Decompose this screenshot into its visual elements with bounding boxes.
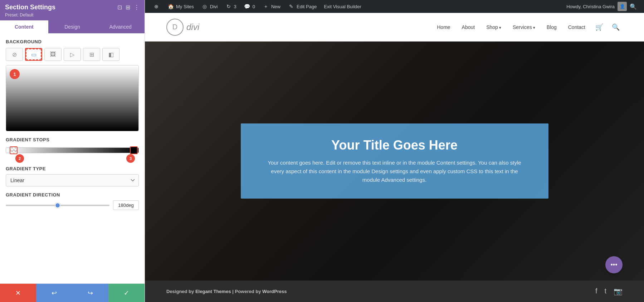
background-label: Background [6, 39, 139, 44]
updates-icon: ↻ [225, 3, 232, 10]
gradient-stops-track: 2 3 [6, 145, 139, 155]
site-search-icon[interactable]: 🔍 [609, 23, 623, 31]
tab-content[interactable]: Content [0, 20, 48, 33]
cart-icon[interactable]: 🛒 [592, 23, 606, 31]
updates-item[interactable]: ↻ 3 [221, 0, 240, 13]
collapse-icon[interactable]: ⊡ [117, 4, 122, 11]
gradient-direction-label: Gradient Direction [6, 192, 139, 198]
more-icon[interactable]: ⋮ [134, 4, 140, 11]
hero-title: Your Title Goes Here [262, 138, 527, 153]
cancel-button[interactable]: ✕ [0, 284, 36, 302]
panel-footer: ✕ ↩ ↪ ✓ [0, 283, 145, 302]
stop-badge-2: 2 [15, 154, 24, 163]
divi-label: Divi [210, 4, 218, 9]
site-nav: Home About Shop Services Blog Contact 🛒 … [433, 22, 623, 32]
logo-text: divi [186, 22, 199, 32]
edit-page-item[interactable]: ✎ Edit Page [284, 0, 320, 13]
gradient-direction-slider[interactable] [6, 205, 109, 206]
panel-body: Background ⊘ ▭ 🖼 ▷ ⊞ ◧ 1 Gradient Stops … [0, 33, 145, 283]
panel-header-icons: ⊡ ⊞ ⋮ [117, 4, 140, 11]
twitter-icon[interactable]: t [604, 287, 606, 296]
my-sites-label: My Sites [176, 4, 194, 9]
gradient-direction-row [6, 200, 139, 210]
new-label: New [271, 4, 280, 9]
gradient-stop-left[interactable]: 2 [10, 146, 18, 154]
edit-page-label: Edit Page [297, 4, 317, 9]
footer-credit-mid: | Powered by [231, 289, 262, 294]
bg-type-video[interactable]: ▷ [64, 48, 81, 61]
tab-advanced[interactable]: Advanced [96, 20, 145, 33]
background-type-icons: ⊘ ▭ 🖼 ▷ ⊞ ◧ [6, 48, 139, 61]
nav-contact[interactable]: Contact [564, 22, 590, 32]
footer-credit-brand: Elegant Themes [195, 289, 231, 294]
logo-circle: D [166, 19, 184, 36]
comments-item[interactable]: 💬 0 [240, 0, 259, 13]
nav-home[interactable]: Home [433, 22, 454, 32]
gradient-stops-bar: 2 3 [6, 147, 139, 153]
divi-item[interactable]: ◎ Divi [197, 0, 221, 13]
admin-search-icon[interactable]: 🔍 [630, 3, 637, 10]
new-item[interactable]: + New [259, 0, 284, 13]
edit-icon: ✎ [288, 3, 295, 10]
nav-blog[interactable]: Blog [542, 22, 561, 32]
hero-content-box[interactable]: Your Title Goes Here Your content goes h… [241, 123, 548, 199]
hero-body: Your content goes here. Edit or remove t… [262, 159, 527, 184]
panel-header-top: Section Settings ⊡ ⊞ ⋮ [5, 4, 140, 11]
wp-admin-bar: ⊕ 🏠 My Sites ◎ Divi ↻ 3 💬 0 + New ✎ Edit… [145, 0, 644, 13]
facebook-icon[interactable]: f [595, 287, 597, 296]
new-icon: + [262, 3, 269, 10]
divi-icon: ◎ [201, 3, 208, 10]
exit-builder-label: Exit Visual Builder [324, 4, 361, 9]
instagram-icon[interactable]: 📷 [614, 287, 623, 296]
house-icon: 🏠 [167, 3, 174, 10]
site-footer: Designed by Elegant Themes | Powered by … [145, 281, 644, 302]
wp-bar-right: Howdy, Christina Gwira 👤 🔍 [566, 2, 640, 11]
footer-social: f t 📷 [595, 287, 623, 296]
hero-section: Your Title Goes Here Your content goes h… [145, 42, 644, 281]
gradient-stop-right[interactable]: 3 [130, 146, 138, 154]
right-area: ⊕ 🏠 My Sites ◎ Divi ↻ 3 💬 0 + New ✎ Edit… [145, 0, 644, 302]
user-greeting: Howdy, Christina Gwira [566, 4, 615, 9]
panel-title: Section Settings [5, 4, 55, 11]
footer-credit-platform: WordPress [262, 289, 287, 294]
exit-builder-item[interactable]: Exit Visual Builder [320, 0, 365, 13]
gradient-preview: 1 [6, 65, 139, 131]
site-header: D divi Home About Shop Services Blog Con… [145, 13, 644, 42]
tab-design[interactable]: Design [48, 20, 97, 33]
gradient-stops-label: Gradient Stops [6, 137, 139, 142]
gradient-type-select[interactable]: Linear Radial Conic [6, 174, 139, 186]
my-sites-item[interactable]: 🏠 My Sites [164, 0, 197, 13]
grid-icon[interactable]: ⊞ [126, 4, 130, 11]
save-button[interactable]: ✓ [108, 284, 145, 302]
comments-icon: 💬 [244, 3, 251, 10]
nav-about[interactable]: About [458, 22, 479, 32]
stop-badge-3: 3 [126, 154, 135, 163]
nav-services[interactable]: Services [508, 22, 540, 32]
footer-credit-prefix: Designed by [166, 289, 195, 294]
comments-count: 0 [253, 4, 255, 9]
wp-logo-item[interactable]: ⊕ [149, 0, 164, 13]
nav-shop[interactable]: Shop [482, 22, 506, 32]
logo-letter: D [172, 23, 177, 31]
bg-type-pattern[interactable]: ⊞ [83, 48, 100, 61]
updates-count: 3 [234, 4, 236, 9]
panel-preset[interactable]: Preset: Default [5, 13, 140, 18]
panel-tabs: Content Design Advanced [0, 20, 145, 33]
gradient-direction-value[interactable] [113, 200, 139, 210]
gradient-type-label: Gradient Type [6, 166, 139, 171]
wp-logo-icon: ⊕ [153, 3, 160, 10]
bg-type-mask[interactable]: ◧ [102, 48, 119, 61]
fab-icon: ••• [611, 261, 618, 269]
gradient-badge-1: 1 [10, 69, 20, 79]
bg-type-color[interactable]: ▭ [25, 48, 42, 61]
footer-credit: Designed by Elegant Themes | Powered by … [166, 289, 287, 294]
panel-header: Section Settings ⊡ ⊞ ⋮ Preset: Default [0, 0, 145, 20]
section-settings-panel: Section Settings ⊡ ⊞ ⋮ Preset: Default C… [0, 0, 145, 302]
bg-type-image[interactable]: 🖼 [44, 48, 62, 61]
redo-button[interactable]: ↪ [72, 284, 108, 302]
site-logo[interactable]: D divi [166, 19, 199, 36]
user-avatar: 👤 [618, 2, 627, 11]
bg-type-none[interactable]: ⊘ [6, 48, 23, 61]
fab-button[interactable]: ••• [605, 256, 623, 273]
undo-button[interactable]: ↩ [36, 284, 72, 302]
